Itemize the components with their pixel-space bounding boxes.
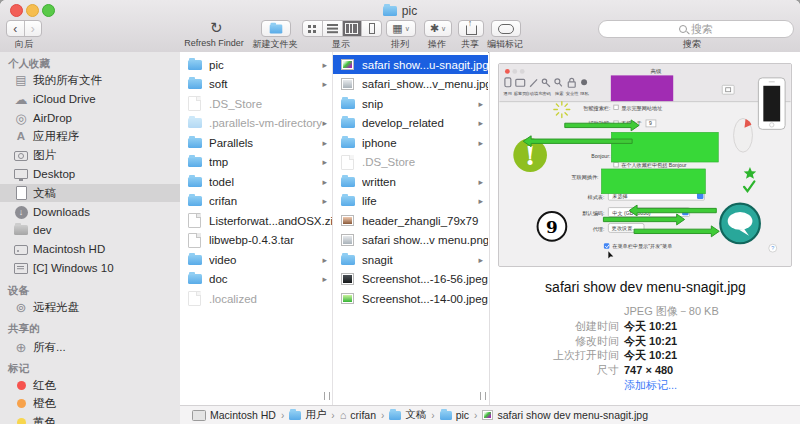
file-row-lister-zip[interactable]: Listerforwat...andOSX.zip — [180, 211, 332, 230]
file-row-snip[interactable]: snip▸ — [333, 94, 488, 113]
sidebar-item-windows10[interactable]: [C] Windows 10 — [0, 259, 180, 277]
file-row-video[interactable]: video▸ — [180, 250, 332, 269]
sidebar-item-tag-red[interactable]: 红色 — [0, 376, 180, 394]
folder-icon — [188, 58, 204, 72]
file-row-todel[interactable]: todel▸ — [180, 172, 332, 191]
share-button[interactable] — [458, 20, 484, 37]
icon-view-button[interactable] — [303, 21, 323, 36]
red-tag-icon — [13, 377, 29, 393]
shared-header: 共享的 — [8, 321, 40, 335]
chevron-right-icon: › — [431, 410, 434, 421]
chevron-right-icon: ▸ — [478, 118, 483, 128]
file-column-2: safari show...u-snagit.jpg safari_show..… — [333, 52, 488, 405]
chevron-down-icon: ∨ — [441, 25, 446, 33]
file-row-libwebp[interactable]: libwebp-0.4.3.tar — [180, 231, 332, 250]
search-input[interactable]: 搜索 — [598, 20, 794, 38]
chevron-right-icon: ▸ — [322, 274, 327, 284]
svg-text:?: ? — [771, 245, 774, 251]
new-folder-button[interactable] — [261, 20, 291, 37]
file-row-snagit[interactable]: snagit▸ — [333, 250, 488, 269]
chevron-right-icon: ▸ — [478, 177, 483, 187]
sidebar-item-documents[interactable]: 文稿 — [0, 184, 180, 202]
edit-tags-label: 编辑标记 — [484, 38, 526, 51]
file-row-safari-show-menu-jpg[interactable]: safari_show...v_menu.jpg — [333, 75, 488, 94]
sidebar-item-desktop[interactable]: Desktop — [0, 165, 180, 183]
sidebar-item-applications[interactable]: 应用程序 — [0, 127, 180, 145]
file-row-life[interactable]: life▸ — [333, 192, 488, 211]
sidebar-item-label: 所有... — [33, 340, 66, 355]
sidebar-item-all-files[interactable]: 我的所有文件 — [0, 71, 180, 89]
sidebar-item-shared-all[interactable]: 所有... — [0, 338, 180, 356]
column-view-button[interactable] — [343, 21, 363, 36]
path-item-file[interactable]: safari show dev menu-snagit.jpg — [482, 409, 648, 421]
file-row-doc[interactable]: doc▸ — [180, 270, 332, 289]
sidebar-item-airdrop[interactable]: AirDrop — [0, 109, 180, 127]
column-resize-handle[interactable] — [324, 392, 330, 400]
file-row-header-zhangli[interactable]: header_zhangli_79x79 — [333, 211, 488, 230]
folder-icon — [188, 253, 204, 267]
file-row-safari-show-menu-png[interactable]: safari show...v menu.png — [333, 231, 488, 250]
file-row-dsstore2[interactable]: .DS_Store — [333, 153, 488, 172]
meta-row: 尺寸747 × 480 — [490, 363, 800, 378]
sidebar-item-tag-yellow[interactable]: 黄色 — [0, 413, 180, 424]
applications-icon — [13, 128, 29, 144]
action-button[interactable]: ✱∨ — [424, 20, 452, 37]
file-row-soft[interactable]: soft▸ — [180, 75, 332, 94]
tag-icon — [498, 24, 514, 34]
edit-tags-button[interactable] — [491, 20, 521, 37]
file-row-develop-related[interactable]: develop_related▸ — [333, 114, 488, 133]
column-resize-handle[interactable] — [480, 392, 486, 400]
folder-icon — [383, 6, 397, 16]
grid-view-icon — [308, 25, 311, 28]
path-item-macintosh-hd[interactable]: Macintosh HD — [192, 409, 276, 421]
file-row-written[interactable]: written▸ — [333, 172, 488, 191]
network-icon — [13, 339, 29, 355]
view-switcher — [302, 20, 382, 37]
sidebar-item-label: 远程光盘 — [33, 300, 79, 315]
chevron-right-icon: ▸ — [478, 255, 483, 265]
back-button[interactable]: ‹ — [7, 21, 25, 36]
green-redaction-box — [601, 169, 705, 194]
path-item-documents[interactable]: 文稿 — [389, 408, 426, 422]
file-row-selected-jpg[interactable]: safari show...u-snagit.jpg — [333, 55, 488, 74]
file-row-screenshot-1400[interactable]: Screenshot...-14-00.jpeg — [333, 289, 488, 308]
svg-text:在个人收藏栏中包括 Bonjour: 在个人收藏栏中包括 Bonjour — [621, 162, 687, 169]
folder-icon — [188, 116, 204, 130]
sidebar-item-dev[interactable]: dev — [0, 221, 180, 239]
image-file-icon — [341, 292, 357, 306]
add-tags-link[interactable]: 添加标记... — [624, 378, 677, 393]
meta-row: 修改时间今天 10:21 — [490, 334, 800, 349]
sidebar-item-macintosh-hd[interactable]: Macintosh HD — [0, 240, 180, 258]
path-item-pic[interactable]: pic — [440, 409, 469, 421]
sidebar-item-label: 红色 — [33, 378, 56, 393]
share-label: 共享 — [452, 38, 488, 51]
chevron-right-icon: › — [331, 410, 334, 421]
sidebar-item-pictures[interactable]: 图片 — [0, 146, 180, 164]
file-row-parallels-vm[interactable]: .parallels-vm-directory▸ — [180, 114, 332, 133]
svg-text:隐私: 隐私 — [580, 91, 589, 96]
file-row-dsstore[interactable]: .DS_Store — [180, 94, 332, 113]
forward-button[interactable]: › — [25, 21, 42, 36]
file-row-parallels[interactable]: Parallels▸ — [180, 133, 332, 152]
file-row-pic[interactable]: pic▸ — [180, 55, 332, 74]
path-item-crifan[interactable]: ⌂crifan — [340, 409, 376, 421]
file-row-screenshot-1656[interactable]: Screenshot...-16-56.jpeg — [333, 270, 488, 289]
path-item-users[interactable]: 用户 — [289, 408, 326, 422]
sidebar-item-remote-disc[interactable]: 远程光盘 — [0, 298, 180, 316]
chevron-right-icon: ▸ — [478, 138, 483, 148]
image-file-icon — [341, 58, 357, 72]
list-view-button[interactable] — [323, 21, 343, 36]
sidebar-item-downloads[interactable]: Downloads — [0, 203, 180, 221]
file-row-crifan[interactable]: crifan▸ — [180, 192, 332, 211]
sidebar-item-icloud[interactable]: iCloud Drive — [0, 90, 180, 108]
svg-text:通用: 通用 — [503, 91, 513, 96]
file-row-tmp[interactable]: tmp▸ — [180, 153, 332, 172]
arrange-button[interactable]: ▦∨ — [386, 20, 416, 37]
kind-size: JPEG 图像－80 KB — [624, 304, 719, 319]
file-row-iphone[interactable]: iphone▸ — [333, 133, 488, 152]
toolbar: pic ‹ › 向后 ↻ Refresh Finder 新建文件夹 显示 ▦∨ … — [0, 0, 800, 53]
refresh-icon[interactable]: ↻ — [210, 19, 223, 37]
sidebar-item-tag-orange[interactable]: 橙色 — [0, 394, 180, 412]
coverflow-view-button[interactable] — [362, 21, 381, 36]
file-row-localized[interactable]: .localized — [180, 289, 332, 308]
